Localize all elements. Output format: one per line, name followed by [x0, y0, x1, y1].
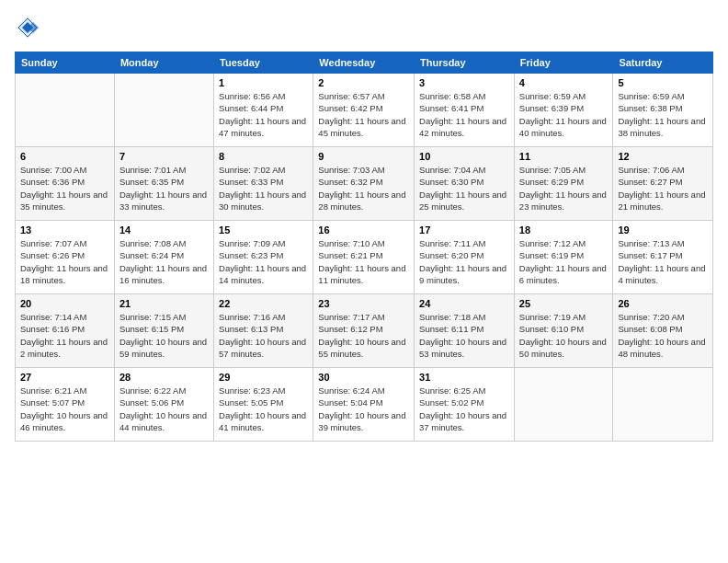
day-info: Sunrise: 7:07 AM Sunset: 6:26 PM Dayligh…	[20, 237, 109, 286]
day-number: 12	[618, 151, 708, 162]
calendar-cell: 27Sunrise: 6:21 AM Sunset: 5:07 PM Dayli…	[16, 368, 115, 442]
day-info: Sunrise: 7:04 AM Sunset: 6:30 PM Dayligh…	[419, 164, 509, 213]
calendar-cell: 3Sunrise: 6:58 AM Sunset: 6:41 PM Daylig…	[415, 74, 515, 147]
calendar-cell: 12Sunrise: 7:06 AM Sunset: 6:27 PM Dayli…	[613, 147, 713, 221]
calendar-cell: 5Sunrise: 6:59 AM Sunset: 6:38 PM Daylig…	[613, 74, 713, 147]
day-number: 30	[318, 372, 409, 383]
day-number: 9	[318, 151, 409, 162]
calendar-week-1: 1Sunrise: 6:56 AM Sunset: 6:44 PM Daylig…	[16, 74, 713, 147]
calendar-cell: 30Sunrise: 6:24 AM Sunset: 5:04 PM Dayli…	[313, 368, 415, 442]
day-info: Sunrise: 7:09 AM Sunset: 6:23 PM Dayligh…	[219, 237, 308, 286]
calendar-cell: 7Sunrise: 7:01 AM Sunset: 6:35 PM Daylig…	[114, 147, 213, 221]
day-number: 5	[618, 77, 708, 88]
calendar-cell: 17Sunrise: 7:11 AM Sunset: 6:20 PM Dayli…	[415, 221, 515, 294]
day-info: Sunrise: 6:23 AM Sunset: 5:05 PM Dayligh…	[219, 385, 308, 433]
weekday-header-saturday: Saturday	[613, 52, 713, 74]
day-number: 15	[219, 224, 308, 236]
weekday-header-tuesday: Tuesday	[214, 52, 313, 74]
weekday-header-friday: Friday	[514, 52, 613, 74]
day-info: Sunrise: 7:01 AM Sunset: 6:35 PM Dayligh…	[119, 164, 209, 213]
day-info: Sunrise: 6:58 AM Sunset: 6:41 PM Dayligh…	[419, 90, 509, 139]
day-number: 10	[419, 151, 509, 162]
calendar-cell: 8Sunrise: 7:02 AM Sunset: 6:33 PM Daylig…	[214, 147, 313, 221]
day-info: Sunrise: 7:06 AM Sunset: 6:27 PM Dayligh…	[618, 164, 708, 213]
calendar-cell: 25Sunrise: 7:19 AM Sunset: 6:10 PM Dayli…	[514, 294, 613, 368]
day-number: 11	[519, 151, 609, 162]
day-info: Sunrise: 7:15 AM Sunset: 6:15 PM Dayligh…	[119, 311, 209, 360]
day-info: Sunrise: 7:18 AM Sunset: 6:11 PM Dayligh…	[419, 311, 509, 360]
calendar-cell: 24Sunrise: 7:18 AM Sunset: 6:11 PM Dayli…	[415, 294, 515, 368]
calendar-week-3: 13Sunrise: 7:07 AM Sunset: 6:26 PM Dayli…	[16, 221, 713, 294]
logo-icon	[15, 15, 40, 40]
calendar-cell: 19Sunrise: 7:13 AM Sunset: 6:17 PM Dayli…	[613, 221, 713, 294]
calendar-cell: 4Sunrise: 6:59 AM Sunset: 6:39 PM Daylig…	[514, 74, 613, 147]
calendar-cell: 11Sunrise: 7:05 AM Sunset: 6:29 PM Dayli…	[514, 147, 613, 221]
day-info: Sunrise: 6:24 AM Sunset: 5:04 PM Dayligh…	[318, 385, 409, 433]
day-info: Sunrise: 6:56 AM Sunset: 6:44 PM Dayligh…	[219, 90, 308, 139]
calendar-cell: 9Sunrise: 7:03 AM Sunset: 6:32 PM Daylig…	[313, 147, 415, 221]
day-number: 13	[20, 224, 109, 236]
weekday-header-sunday: Sunday	[16, 52, 115, 74]
calendar-header: SundayMondayTuesdayWednesdayThursdayFrid…	[16, 52, 713, 74]
page-header	[15, 15, 713, 40]
day-number: 4	[519, 77, 609, 88]
day-number: 16	[318, 224, 409, 236]
weekday-header-thursday: Thursday	[415, 52, 515, 74]
day-info: Sunrise: 7:20 AM Sunset: 6:08 PM Dayligh…	[618, 311, 708, 360]
day-info: Sunrise: 7:03 AM Sunset: 6:32 PM Dayligh…	[318, 164, 409, 213]
calendar-cell: 28Sunrise: 6:22 AM Sunset: 5:06 PM Dayli…	[114, 368, 213, 442]
day-info: Sunrise: 7:05 AM Sunset: 6:29 PM Dayligh…	[519, 164, 609, 213]
day-number: 14	[119, 224, 209, 236]
day-info: Sunrise: 6:21 AM Sunset: 5:07 PM Dayligh…	[20, 385, 109, 433]
day-number: 6	[20, 151, 109, 162]
day-info: Sunrise: 7:11 AM Sunset: 6:20 PM Dayligh…	[419, 237, 509, 286]
day-number: 28	[119, 372, 209, 383]
day-number: 3	[419, 77, 509, 88]
day-info: Sunrise: 6:59 AM Sunset: 6:39 PM Dayligh…	[519, 90, 609, 139]
calendar-week-4: 20Sunrise: 7:14 AM Sunset: 6:16 PM Dayli…	[16, 294, 713, 368]
calendar-cell: 1Sunrise: 6:56 AM Sunset: 6:44 PM Daylig…	[214, 74, 313, 147]
day-number: 24	[419, 298, 509, 309]
calendar-week-2: 6Sunrise: 7:00 AM Sunset: 6:36 PM Daylig…	[16, 147, 713, 221]
calendar-cell: 16Sunrise: 7:10 AM Sunset: 6:21 PM Dayli…	[313, 221, 415, 294]
day-info: Sunrise: 7:00 AM Sunset: 6:36 PM Dayligh…	[20, 164, 109, 213]
calendar-cell: 18Sunrise: 7:12 AM Sunset: 6:19 PM Dayli…	[514, 221, 613, 294]
day-number: 8	[219, 151, 308, 162]
calendar-cell	[16, 74, 115, 147]
calendar-cell: 20Sunrise: 7:14 AM Sunset: 6:16 PM Dayli…	[16, 294, 115, 368]
day-info: Sunrise: 6:22 AM Sunset: 5:06 PM Dayligh…	[119, 385, 209, 433]
day-number: 2	[318, 77, 409, 88]
day-number: 7	[119, 151, 209, 162]
calendar-cell: 21Sunrise: 7:15 AM Sunset: 6:15 PM Dayli…	[114, 294, 213, 368]
day-info: Sunrise: 6:59 AM Sunset: 6:38 PM Dayligh…	[618, 90, 708, 139]
day-info: Sunrise: 7:19 AM Sunset: 6:10 PM Dayligh…	[519, 311, 609, 360]
day-number: 18	[519, 224, 609, 236]
day-info: Sunrise: 7:10 AM Sunset: 6:21 PM Dayligh…	[318, 237, 409, 286]
calendar-cell: 2Sunrise: 6:57 AM Sunset: 6:42 PM Daylig…	[313, 74, 415, 147]
day-info: Sunrise: 7:02 AM Sunset: 6:33 PM Dayligh…	[219, 164, 308, 213]
day-number: 26	[618, 298, 708, 309]
day-info: Sunrise: 7:16 AM Sunset: 6:13 PM Dayligh…	[219, 311, 308, 360]
day-number: 19	[618, 224, 708, 236]
calendar-cell: 14Sunrise: 7:08 AM Sunset: 6:24 PM Dayli…	[114, 221, 213, 294]
calendar-week-5: 27Sunrise: 6:21 AM Sunset: 5:07 PM Dayli…	[16, 368, 713, 442]
day-number: 1	[219, 77, 308, 88]
calendar-cell: 29Sunrise: 6:23 AM Sunset: 5:05 PM Dayli…	[214, 368, 313, 442]
day-info: Sunrise: 7:14 AM Sunset: 6:16 PM Dayligh…	[20, 311, 109, 360]
weekday-header-monday: Monday	[114, 52, 213, 74]
calendar-cell: 6Sunrise: 7:00 AM Sunset: 6:36 PM Daylig…	[16, 147, 115, 221]
day-number: 22	[219, 298, 308, 309]
day-info: Sunrise: 7:12 AM Sunset: 6:19 PM Dayligh…	[519, 237, 609, 286]
day-info: Sunrise: 6:57 AM Sunset: 6:42 PM Dayligh…	[318, 90, 409, 139]
day-number: 17	[419, 224, 509, 236]
calendar-cell	[514, 368, 613, 442]
calendar-cell: 26Sunrise: 7:20 AM Sunset: 6:08 PM Dayli…	[613, 294, 713, 368]
logo	[15, 15, 44, 40]
day-number: 29	[219, 372, 308, 383]
day-info: Sunrise: 6:25 AM Sunset: 5:02 PM Dayligh…	[419, 385, 509, 433]
calendar-cell	[114, 74, 213, 147]
day-number: 27	[20, 372, 109, 383]
calendar-cell: 23Sunrise: 7:17 AM Sunset: 6:12 PM Dayli…	[313, 294, 415, 368]
day-number: 23	[318, 298, 409, 309]
calendar-cell: 13Sunrise: 7:07 AM Sunset: 6:26 PM Dayli…	[16, 221, 115, 294]
